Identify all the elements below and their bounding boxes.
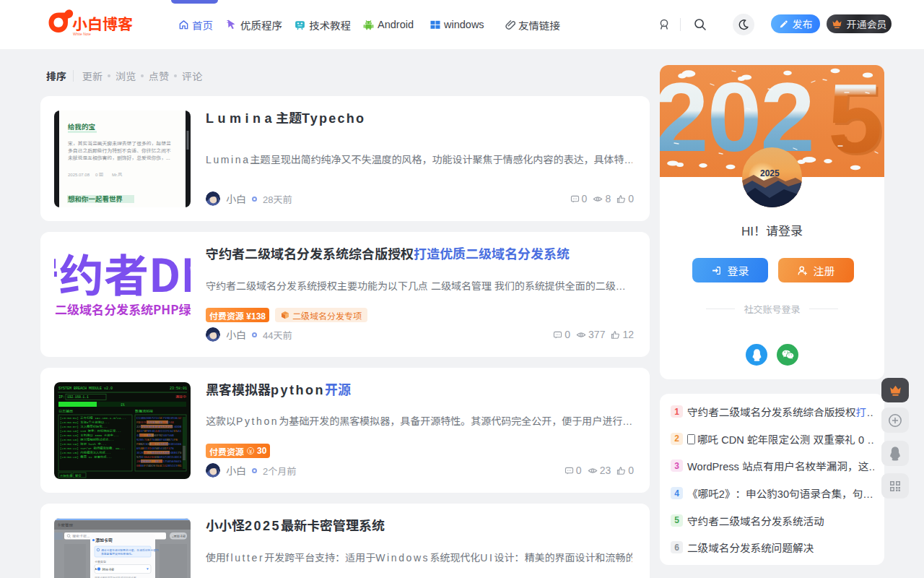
svg-text:宋，其实当监画天脚未理去想了很多的，超想监: 宋，其实当监画天脚未理去想了很多的，超想监	[68, 139, 171, 147]
svg-text:4302C4BB33EF923AF56B: 4302C4BB33EF923AF56B	[136, 434, 174, 437]
svg-text:5: 5	[828, 65, 881, 173]
svg-text:｜二级域名分发系统PHP绿: ｜二级域名分发系统PHP绿	[54, 300, 191, 318]
svg-text:[23:58:16] 防火墙规则绕过成功...: [23:58:16] 防火墙规则绕过成功...	[60, 437, 114, 441]
svg-text:192.168.1.1: 192.168.1.1	[67, 395, 89, 399]
svg-text:[23:58:07] 注入载荷初始化...: [23:58:07] 注入载荷初始化...	[60, 424, 108, 428]
svg-text:[23:58:04] 发现6个开放端口...: [23:58:04] 发现6个开放端口...	[60, 420, 110, 424]
svg-text:日志输出: 日志输出	[58, 408, 73, 413]
svg-text:FDEE9772FA92D54F12AB: FDEE9772FA92D54F12AB	[136, 420, 174, 424]
svg-text:F0B2C65D2CC2544EFB403466: F0B2C65D2CC2544EFB403466	[136, 442, 182, 446]
svg-text:42470F894DA4ECCCFC62E5A1: 42470F894DA4ECCCFC62E5A1	[136, 429, 182, 433]
svg-text:3E2E68F76ED3EA7D694B8473: 3E2E68F76ED3EA7D694B8473	[136, 451, 182, 454]
svg-text:守约者DN: 守约者DN	[54, 246, 191, 305]
svg-text:[23:58:25] 内核模块注入完成...: [23:58:25] 内核模块注入完成...	[60, 450, 110, 454]
svg-text:想和你一起看世界: 想和你一起看世界	[68, 194, 123, 204]
svg-text:White Note: White Note	[73, 32, 91, 36]
svg-text:C13B61DD72131C719D393632: C13B61DD72131C719D393632	[136, 416, 182, 420]
svg-text:22F29ECBEB3F697CF2EC4DDB: 22F29ECBEB3F697CF2EC4DDB	[136, 425, 182, 428]
svg-text:给我的宝: 给我的宝	[67, 121, 95, 131]
svg-text:23:58:01: 23:58:01	[170, 387, 187, 391]
svg-text:IP:: IP:	[58, 395, 65, 400]
svg-text:0 回: 0 回	[95, 173, 103, 177]
svg-text:开始攻击: 开始攻击	[60, 473, 73, 478]
svg-text:285D808228E0D817585696E5: 285D808228E0D817585696E5	[136, 460, 182, 463]
svg-text:+添加卡密: +添加卡密	[172, 534, 186, 538]
svg-text:卡密管理: 卡密管理	[57, 522, 74, 528]
svg-text:[23:58:01] 正在扫描 192.168.1.0/24: [23:58:01] 正在扫描 192.168.1.0/24...	[60, 416, 126, 420]
svg-text:57DCD6A20AE0A93728154DC4: 57DCD6A20AE0A93728154DC4	[136, 455, 182, 459]
svg-text:2025.07.08: 2025.07.08	[68, 173, 90, 177]
svg-text:2025: 2025	[760, 168, 780, 178]
svg-text:[23:58:19] 提取 hash 中...: [23:58:19] 提取 hash 中...	[60, 442, 106, 446]
svg-text:[23:58:28] 载荷 v2 部署完成...: [23:58:28] 载荷 v2 部署完成...	[60, 455, 112, 459]
svg-text:小白博客: 小白博客	[72, 12, 133, 34]
svg-text:0800F73DC97A4C142851C991: 0800F73DC97A4C142851C991	[136, 464, 182, 467]
svg-text:69A841ED40505431F376: 69A841ED40505431F376	[136, 447, 174, 450]
svg-text:暂停: 暂停	[75, 473, 82, 478]
svg-text:Mr.风: Mr.风	[112, 173, 122, 177]
svg-text:添加卡密: 添加卡密	[95, 537, 113, 543]
svg-text:数据流监控: 数据流监控	[135, 408, 153, 413]
svg-text:卡密类型: 卡密类型	[95, 559, 106, 564]
svg-text:[23:58:10] SSH 握手：目标响应正常...: [23:58:10] SSH 握手：目标响应正常...	[60, 429, 121, 433]
svg-text:未就说是互相伤害的，删饰好，总爱说你伤，...: 未就说是互相伤害的，删饰好，总爱说你伤，...	[68, 154, 170, 161]
svg-text:多自己之后那些行为特别不合适、你往忆之间不: 多自己之后那些行为特别不合适、你往忆之间不	[68, 147, 171, 154]
svg-text:SYSTEM BREACH MODULE v2.0: SYSTEM BREACH MODULE v2.0	[58, 387, 113, 391]
svg-text:连接中: 连接中	[175, 394, 186, 399]
svg-text:搜索卡密...: 搜索卡密...	[72, 533, 90, 538]
svg-text:1%: 1%	[121, 403, 125, 407]
svg-text:92B57A6776B08F6BBB73F6: 92B57A6776B08F6BBB73F6	[136, 438, 178, 441]
svg-text:[23:58:22] TCP/IP 劫持模块加载. OK..: [23:58:22] TCP/IP 劫持模块加载. OK...	[60, 447, 125, 450]
svg-text:[23:58:13] 主机端口 3306 开放中...: [23:58:13] 主机端口 3306 开放中...	[60, 434, 119, 437]
svg-text:时间卡密: 时间卡密	[103, 567, 115, 571]
svg-text:表里查看并支持批量操作。: 表里查看并支持批量操作。	[101, 552, 134, 556]
